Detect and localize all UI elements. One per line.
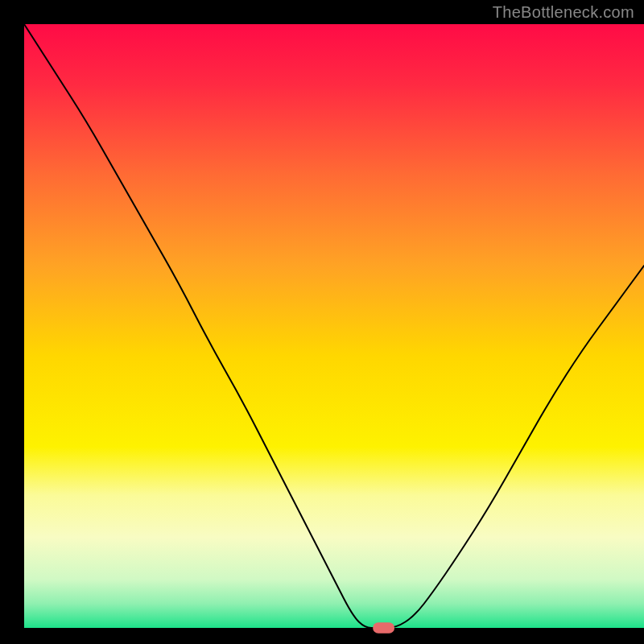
bottleneck-chart [0,0,644,644]
chart-container: TheBottleneck.com [0,0,644,644]
plot-area [24,24,644,628]
optimal-marker [373,622,394,634]
watermark-text: TheBottleneck.com [493,3,634,22]
